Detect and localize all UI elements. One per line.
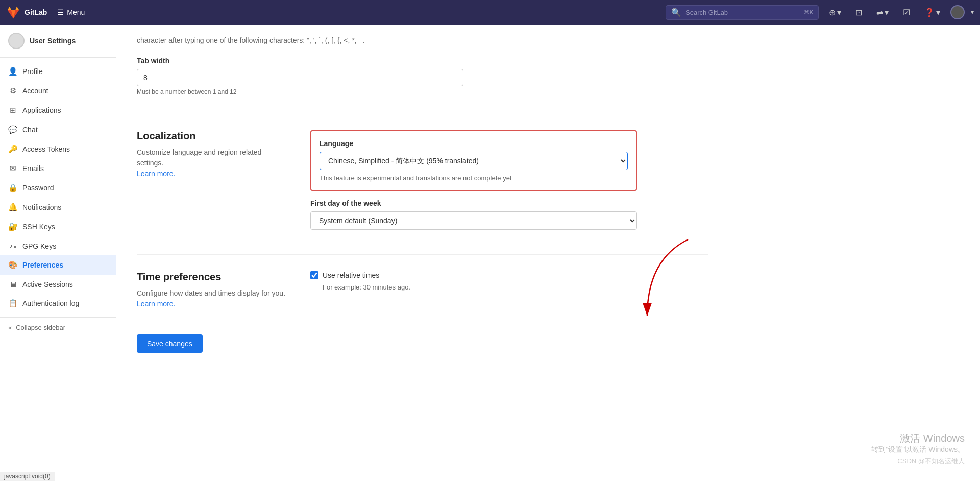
profile-icon: 👤 [8, 67, 17, 76]
gitlab-logo[interactable]: GitLab [6, 5, 47, 19]
relative-times-example: For example: 30 minutes ago. [323, 283, 708, 291]
authentication-log-icon: 📋 [8, 299, 17, 308]
sidebar-label-gpg-keys: GPG Keys [22, 242, 56, 250]
add-button[interactable]: ⊕ ▾ [825, 6, 845, 19]
emails-icon: ✉ [8, 164, 17, 173]
fox-icon [6, 5, 20, 19]
language-label: Language [320, 139, 628, 148]
language-box: Language Chinese, Simplified - 简体中文 (95%… [310, 130, 637, 191]
merge-requests-button[interactable]: ⇌ ▾ [872, 6, 893, 19]
page-layout: User Settings 👤 Profile ⚙ Account ⊞ Appl… [0, 25, 980, 481]
chat-icon: 💬 [8, 125, 17, 134]
sidebar-label-ssh-keys: SSH Keys [22, 223, 55, 231]
issues-icon: ⊡ [855, 8, 862, 17]
time-preferences-description-text: Configure how dates and times display fo… [137, 289, 285, 297]
search-shortcut: ⌘K [804, 9, 813, 16]
sidebar-item-profile[interactable]: 👤 Profile [0, 62, 116, 81]
chevron-down-icon-3: ▾ [936, 8, 940, 17]
ssh-keys-icon: 🔐 [8, 222, 17, 231]
tab-width-hint: Must be a number between 1 and 12 [137, 88, 463, 95]
localization-description-text: Customize language and region related se… [137, 148, 261, 167]
sidebar-item-gpg-keys[interactable]: 🗝 GPG Keys [0, 236, 116, 255]
save-section: Save changes [137, 326, 708, 353]
search-bar[interactable]: 🔍 ⌘K [666, 5, 819, 20]
access-tokens-icon: 🔑 [8, 145, 17, 154]
sidebar-item-chat[interactable]: 💬 Chat [0, 120, 116, 139]
tab-width-group: Tab width Must be a number between 1 and… [137, 57, 463, 95]
tab-width-input[interactable] [137, 69, 463, 86]
language-select[interactable]: Chinese, Simplified - 简体中文 (95% translat… [320, 152, 628, 170]
sidebar-item-access-tokens[interactable]: 🔑 Access Tokens [0, 139, 116, 159]
sidebar-item-password[interactable]: 🔒 Password [0, 178, 116, 198]
localization-right: Language Chinese, Simplified - 简体中文 (95%… [310, 130, 637, 238]
gitlab-wordmark: GitLab [24, 8, 47, 16]
active-sessions-icon: 🖥 [8, 280, 17, 288]
sidebar-label-applications: Applications [22, 106, 61, 114]
sidebar-item-notifications[interactable]: 🔔 Notifications [0, 198, 116, 217]
first-day-select[interactable]: System default (Sunday) Sunday Monday Sa… [310, 211, 637, 230]
plus-icon: ⊕ [829, 8, 836, 17]
time-preferences-learn-more-link[interactable]: Learn more. [137, 300, 175, 308]
sidebar-label-preferences: Preferences [22, 261, 63, 269]
sidebar-label-chat: Chat [22, 126, 38, 134]
sidebar-navigation: 👤 Profile ⚙ Account ⊞ Applications 💬 Cha… [0, 58, 116, 317]
gpg-keys-icon: 🗝 [8, 242, 17, 250]
todo-button[interactable]: ☑ [899, 6, 914, 19]
sidebar-label-account: Account [22, 87, 48, 95]
url-bar: javascript:void(0) [0, 472, 55, 481]
sidebar-item-account[interactable]: ⚙ Account [0, 81, 116, 101]
collapse-sidebar-button[interactable]: « Collapse sidebar [0, 317, 116, 338]
password-icon: 🔒 [8, 183, 17, 193]
merge-requests-icon: ⇌ [876, 8, 883, 17]
preferences-icon: 🎨 [8, 260, 17, 270]
chevron-down-icon-2: ▾ [885, 8, 889, 17]
sidebar-title: User Settings [30, 37, 76, 45]
menu-button[interactable]: ☰ Menu [53, 6, 89, 18]
use-relative-times-row: Use relative times [310, 271, 708, 279]
cutoff-text: character after typing one of the follow… [137, 35, 708, 46]
time-preferences-right: Use relative times For example: 30 minut… [310, 271, 708, 309]
content-body: character after typing one of the follow… [116, 25, 729, 373]
search-input[interactable] [685, 9, 800, 16]
sidebar-item-ssh-keys[interactable]: 🔐 SSH Keys [0, 217, 116, 236]
avatar-chevron: ▾ [971, 9, 974, 16]
search-icon: 🔍 [671, 8, 681, 17]
chevron-down-icon: ▾ [837, 8, 841, 17]
user-sidebar-avatar [8, 33, 24, 49]
notifications-icon: 🔔 [8, 203, 17, 212]
help-button[interactable]: ❓ ▾ [920, 6, 944, 19]
sidebar-item-emails[interactable]: ✉ Emails [0, 159, 116, 178]
todo-icon: ☑ [903, 8, 910, 17]
sidebar-label-access-tokens: Access Tokens [22, 145, 70, 153]
collapse-label: Collapse sidebar [16, 324, 65, 331]
localization-section: Localization Customize language and regi… [137, 114, 708, 255]
collapse-icon: « [8, 324, 12, 331]
localization-left: Localization Customize language and regi… [137, 130, 290, 238]
sidebar: User Settings 👤 Profile ⚙ Account ⊞ Appl… [0, 25, 116, 481]
main-content: character after typing one of the follow… [116, 25, 980, 481]
sidebar-header: User Settings [0, 25, 116, 58]
save-changes-button[interactable]: Save changes [137, 334, 203, 353]
issues-icon-button[interactable]: ⊡ [851, 6, 866, 19]
time-preferences-desc: Configure how dates and times display fo… [137, 288, 290, 309]
sidebar-label-authentication-log: Authentication log [22, 299, 79, 307]
tab-width-section: Tab width Must be a number between 1 and… [137, 46, 463, 114]
sidebar-item-applications[interactable]: ⊞ Applications [0, 101, 116, 120]
use-relative-times-checkbox[interactable] [310, 271, 318, 279]
localization-learn-more-link[interactable]: Learn more. [137, 170, 175, 178]
user-avatar[interactable] [950, 5, 965, 19]
applications-icon: ⊞ [8, 106, 17, 115]
hamburger-icon: ☰ [57, 8, 64, 16]
help-icon: ❓ [924, 8, 935, 17]
time-preferences-left: Time preferences Configure how dates and… [137, 271, 290, 309]
sidebar-item-authentication-log[interactable]: 📋 Authentication log [0, 294, 116, 313]
menu-label: Menu [67, 8, 85, 16]
time-preferences-title: Time preferences [137, 271, 290, 283]
sidebar-label-profile: Profile [22, 67, 43, 76]
first-day-group: First day of the week System default (Su… [310, 199, 637, 230]
sidebar-item-active-sessions[interactable]: 🖥 Active Sessions [0, 275, 116, 294]
top-navigation: GitLab ☰ Menu 🔍 ⌘K ⊕ ▾ ⊡ ⇌ ▾ ☑ ❓ ▾ ▾ [0, 0, 980, 25]
localization-title: Localization [137, 130, 290, 142]
sidebar-label-password: Password [22, 184, 54, 192]
sidebar-item-preferences[interactable]: 🎨 Preferences [0, 255, 116, 275]
